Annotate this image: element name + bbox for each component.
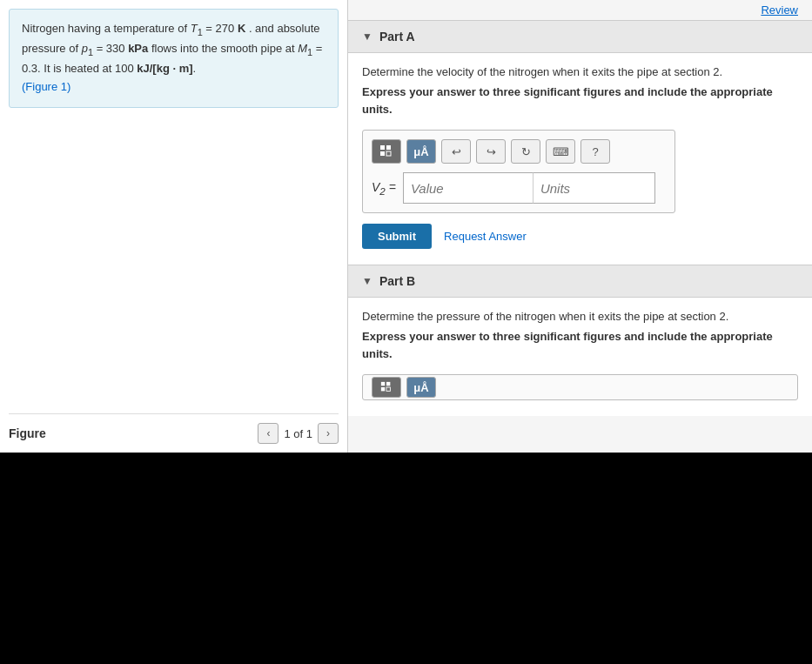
right-panel: Review ▼ Part A Determine the velocity o… [348,0,812,453]
svg-rect-5 [386,382,390,386]
submit-button[interactable]: Submit [362,224,432,249]
part-a-description: Determine the velocity of the nitrogen w… [362,65,798,78]
figure-label: Figure [9,426,46,440]
part-a-header[interactable]: ▼ Part A [348,20,812,53]
part-b-mu-icon: μÅ [413,381,428,394]
figure-prev-button[interactable]: ‹ [258,423,278,444]
units-input[interactable] [534,172,655,204]
review-link[interactable]: Review [761,3,798,17]
part-b-answer-box: μÅ [362,374,798,400]
figure-bar: Figure ‹ 1 of 1 › [9,413,339,444]
part-a-section: ▼ Part A Determine the velocity of the n… [348,20,812,265]
black-area [0,453,812,664]
part-b-grid-icon [380,381,393,393]
part-b-grid-button[interactable] [372,377,401,398]
help-button[interactable]: ? [580,139,610,164]
part-b-section: ▼ Part B Determine the pressure of the n… [348,265,812,416]
refresh-icon: ↻ [521,145,531,158]
keyboard-button[interactable]: ⌨ [546,139,575,164]
part-b-instruction: Express your answer to three significant… [362,328,798,362]
figure-nav-text: 1 of 1 [284,427,312,440]
svg-rect-7 [386,387,390,391]
value-input[interactable] [403,172,534,204]
svg-rect-4 [381,382,385,386]
part-b-description: Determine the pressure of the nitrogen w… [362,310,798,323]
redo-icon: ↪ [487,145,496,158]
toolbar: μÅ ↩ ↪ ↻ ⌨ [372,139,666,164]
mu-icon-button[interactable]: μÅ [406,139,436,164]
svg-rect-3 [386,151,391,156]
help-icon: ? [592,145,598,158]
input-label: V2 = [372,180,396,197]
problem-text: Nitrogen having a temperature of T1 = 27… [22,22,322,75]
part-b-chevron: ▼ [362,275,372,287]
svg-rect-0 [380,145,385,150]
part-b-title: Part B [379,274,415,288]
keyboard-icon: ⌨ [553,145,569,158]
refresh-button[interactable]: ↻ [511,139,540,164]
part-a-title: Part A [379,30,415,44]
request-answer-link[interactable]: Request Answer [444,230,527,243]
review-link-container: Review [348,0,812,20]
part-a-content: Determine the velocity of the nitrogen w… [348,53,812,265]
undo-button[interactable]: ↩ [441,139,471,164]
redo-button[interactable]: ↪ [476,139,506,164]
grid-icon [379,144,393,158]
figure-link[interactable]: (Figure 1) [22,80,70,93]
svg-rect-6 [381,387,385,391]
undo-icon: ↩ [452,145,461,158]
mu-icon: μÅ [413,145,428,158]
svg-rect-1 [386,145,391,150]
grid-icon-button[interactable] [372,139,401,164]
part-b-content: Determine the pressure of the nitrogen w… [348,298,812,416]
part-a-chevron: ▼ [362,30,372,43]
part-a-instruction: Express your answer to three significant… [362,84,798,117]
problem-box: Nitrogen having a temperature of T1 = 27… [9,9,339,108]
action-row: Submit Request Answer [362,224,798,249]
figure-next-button[interactable]: › [318,423,339,444]
part-b-header[interactable]: ▼ Part B [348,265,812,298]
svg-rect-2 [380,151,385,156]
part-b-mu-button[interactable]: μÅ [406,377,436,398]
left-panel: Nitrogen having a temperature of T1 = 27… [0,0,348,453]
figure-nav: ‹ 1 of 1 › [258,423,339,444]
input-row: V2 = [372,172,666,204]
part-a-answer-box: μÅ ↩ ↪ ↻ ⌨ [362,130,675,213]
